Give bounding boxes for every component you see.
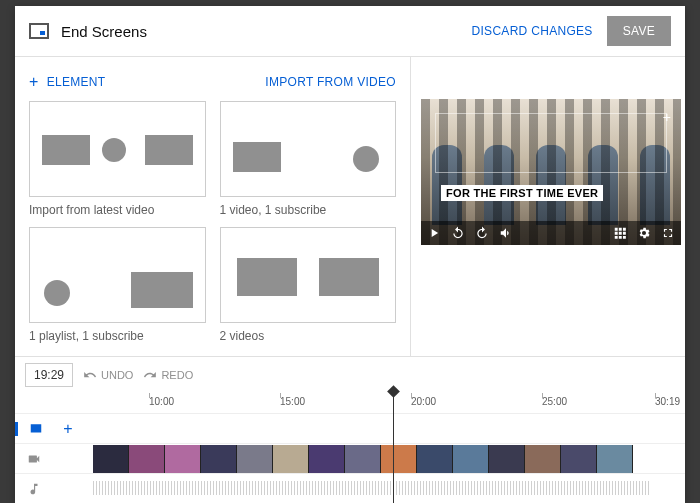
video-thumbnails xyxy=(93,445,685,473)
template-label: 2 videos xyxy=(220,329,397,343)
template-1playlist-1subscribe[interactable]: 1 playlist, 1 subscribe xyxy=(29,227,206,343)
panel-title: End Screens xyxy=(61,23,471,40)
add-track-item-button[interactable]: + xyxy=(53,420,83,438)
subscribe-shape xyxy=(44,280,70,306)
redo-button[interactable]: REDO xyxy=(143,368,193,382)
subscribe-shape xyxy=(353,146,379,172)
add-element-label: ELEMENT xyxy=(47,75,106,89)
video-shape xyxy=(319,258,379,296)
timeline-toolbar: 19:29 UNDO REDO xyxy=(15,357,685,393)
subscribe-shape xyxy=(102,138,126,162)
template-thumb xyxy=(29,227,206,323)
end-screen-icon xyxy=(29,23,49,39)
ruler-tick: 20:00 xyxy=(411,396,436,407)
template-import-latest[interactable]: Import from latest video xyxy=(29,101,206,217)
undo-label: UNDO xyxy=(101,369,133,381)
add-overlay-icon[interactable]: + xyxy=(663,109,671,125)
timeline-area: 19:29 UNDO REDO 10:00 15:00 20:00 25:00 … xyxy=(15,356,685,503)
template-label: Import from latest video xyxy=(29,203,206,217)
audio-track[interactable] xyxy=(15,473,685,503)
ruler-tick: 15:00 xyxy=(280,396,305,407)
templates-column: + ELEMENT IMPORT FROM VIDEO Import from … xyxy=(15,57,411,356)
safe-zone xyxy=(435,113,667,173)
ruler-tick: 30:19 xyxy=(655,396,680,407)
template-label: 1 playlist, 1 subscribe xyxy=(29,329,206,343)
timeline-ruler[interactable]: 10:00 15:00 20:00 25:00 30:19 xyxy=(125,393,685,413)
audio-track-icon xyxy=(15,482,53,496)
redo-label: REDO xyxy=(161,369,193,381)
main-area: + ELEMENT IMPORT FROM VIDEO Import from … xyxy=(15,57,685,356)
time-input[interactable]: 19:29 xyxy=(25,363,73,387)
video-shape xyxy=(233,142,281,172)
fullscreen-icon[interactable] xyxy=(661,226,675,240)
plus-icon: + xyxy=(29,73,39,91)
volume-icon[interactable] xyxy=(499,226,513,240)
playlist-shape xyxy=(131,272,193,308)
template-thumb xyxy=(29,101,206,197)
track-content[interactable] xyxy=(123,414,685,443)
rewind-icon[interactable] xyxy=(451,226,465,240)
player-controls xyxy=(421,221,681,245)
track-content[interactable] xyxy=(93,444,685,473)
template-thumb xyxy=(220,101,397,197)
video-track-icon xyxy=(15,452,53,466)
template-2videos[interactable]: 2 videos xyxy=(220,227,397,343)
template-grid: Import from latest video 1 video, 1 subs… xyxy=(29,101,396,346)
redo-icon xyxy=(143,368,157,382)
import-from-video-button[interactable]: IMPORT FROM VIDEO xyxy=(265,75,396,89)
endscreen-track[interactable]: + xyxy=(15,413,685,443)
ruler-tick: 25:00 xyxy=(542,396,567,407)
playhead[interactable] xyxy=(393,391,394,503)
video-shape xyxy=(237,258,297,296)
video-track[interactable] xyxy=(15,443,685,473)
ruler-tick: 10:00 xyxy=(149,396,174,407)
end-screens-panel: End Screens DISCARD CHANGES SAVE + ELEME… xyxy=(15,6,685,503)
video-preview[interactable]: + FOR THE FIRST TIME EVER xyxy=(421,99,681,245)
gear-icon[interactable] xyxy=(637,226,651,240)
track-content[interactable] xyxy=(93,474,685,503)
forward-icon[interactable] xyxy=(475,226,489,240)
template-thumb xyxy=(220,227,397,323)
add-element-button[interactable]: + ELEMENT xyxy=(29,73,105,91)
preview-column: + FOR THE FIRST TIME EVER xyxy=(411,57,685,356)
undo-button[interactable]: UNDO xyxy=(83,368,133,382)
video-shape xyxy=(145,135,193,165)
video-shape xyxy=(42,135,90,165)
template-1video-1subscribe[interactable]: 1 video, 1 subscribe xyxy=(220,101,397,217)
panel-header: End Screens DISCARD CHANGES SAVE xyxy=(15,6,685,57)
templates-toolbar: + ELEMENT IMPORT FROM VIDEO xyxy=(29,67,396,101)
play-icon[interactable] xyxy=(427,226,441,240)
save-button[interactable]: SAVE xyxy=(607,16,671,46)
audio-waveform xyxy=(93,481,649,495)
preview-caption: FOR THE FIRST TIME EVER xyxy=(441,185,603,201)
grid-icon[interactable] xyxy=(613,226,627,240)
timeline-tracks: + xyxy=(15,413,685,503)
undo-icon xyxy=(83,368,97,382)
endscreen-track-icon xyxy=(15,422,53,436)
discard-button[interactable]: DISCARD CHANGES xyxy=(471,24,592,38)
template-label: 1 video, 1 subscribe xyxy=(220,203,397,217)
